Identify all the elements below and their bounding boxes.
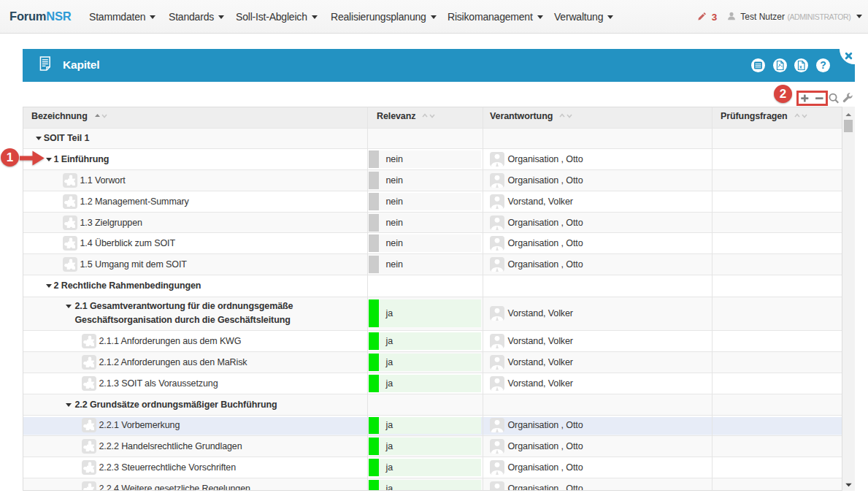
svg-text:x: x — [799, 64, 802, 69]
